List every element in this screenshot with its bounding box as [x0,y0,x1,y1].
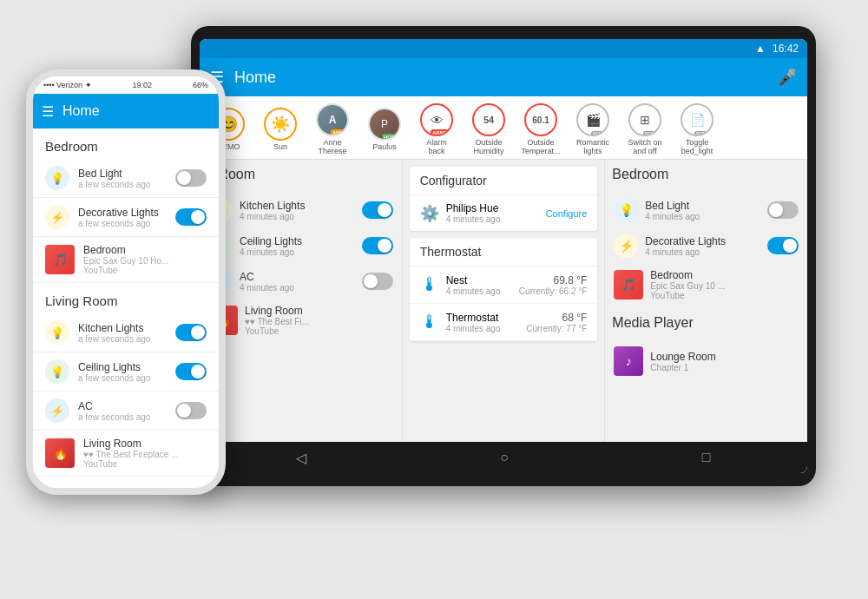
ac-time: 4 minutes ago [240,283,355,293]
back-button[interactable]: ◁ [296,450,306,466]
phone-living-media-info: Living Room ♥♥ The Best Fireplace ... Yo… [83,438,207,469]
kitchen-lights-toggle[interactable] [362,201,393,219]
phone-time: 19:02 [133,81,153,89]
phone-decorative-info: Decorative Lights a few seconds ago [78,207,167,228]
tablet-col-config: Configurator ⚙️ Philips Hue 4 minutes ag… [403,160,606,442]
nest-item: 🌡 Nest 4 minutes ago 69.8 °F Currently: … [410,267,598,304]
bed-light-toggle[interactable] [767,201,799,219]
phone-bedroom-media-title: Epic Sax Guy 10 Ho... [83,256,207,266]
phone-status-icons: 66% [193,81,208,89]
thermostat-item: 🌡 Thermostat 4 minutes ago 68 °F Current… [410,304,598,341]
phone-bedroom-media-icon: 🎵 [45,245,75,274]
bedroom-media-info: Bedroom Epic Sax Guy 10 ... YouTube [650,269,799,300]
thermostat-card: Thermostat 🌡 Nest 4 minutes ago 69.8 °F … [410,238,598,341]
phone-ceiling-time: a few seconds ago [78,373,167,383]
icon-strip-humidity[interactable]: 54 % OutsideHumidity [464,103,514,155]
phone-bedroom-media-sub: YouTube [83,266,207,275]
phone-ac-name: AC [78,400,167,412]
tablet-col-bedroom: Bedroom 💡 Bed Light 4 minutes ago ⚡ Deco… [605,160,807,442]
lounge-room-icon: ♪ [614,346,643,376]
decorative-lights-time: 4 minutes ago [645,247,760,257]
thermostat-time: 4 minutes ago [446,324,520,333]
home-button[interactable]: ○ [500,450,509,465]
phone-ceiling-toggle[interactable] [175,363,207,380]
phone-bed-light-toggle[interactable] [175,169,207,187]
phone-bedroom-media: 🎵 Bedroom Epic Sax Guy 10 Ho... YouTube [33,237,219,283]
nest-name: Nest [446,274,512,286]
configure-button[interactable]: Configure [546,208,588,219]
icon-strip-temp[interactable]: 60.1 °F OutsideTemperat... [516,103,566,155]
icon-strip-toggle[interactable]: 📄 SCRIPT Togglebed_light [672,103,722,155]
thermostat-info: Thermostat 4 minutes ago [446,312,520,333]
icon-strip-paulus[interactable]: P HOME Paulus [359,108,410,151]
living-room-media-sub: YouTube [245,326,393,336]
bed-light-time: 4 minutes ago [645,212,760,221]
nest-info: Nest 4 minutes ago [446,274,512,296]
bed-light-info: Bed Light 4 minutes ago [645,200,760,221]
phone-ac-info: AC a few seconds ago [78,400,167,422]
icon-strip-alarm[interactable]: 👁 ARMED Alarmback [411,103,462,155]
phone-ac-toggle[interactable] [175,402,207,419]
nest-time: 4 minutes ago [446,286,512,296]
phone-living-media-name: Living Room [83,438,207,450]
nest-icon: 🌡 [420,273,439,296]
phone-living-media-title: ♥♥ The Best Fireplace ... [83,450,207,459]
tablet-title: Home [234,69,767,87]
ceiling-lights-info: Ceiling Lights 4 minutes ago [240,235,355,257]
phone-status-bar: •••• Verizon ✦ 19:02 66% [33,76,219,94]
icon-strip-romantic[interactable]: 🎬 SCENE Romanticlights [568,103,618,155]
phone: •••• Verizon ✦ 19:02 66% ☰ Home Bedroom … [26,69,226,495]
decorative-lights-name: Decorative Lights [645,235,760,247]
ceiling-lights-toggle[interactable] [362,237,393,254]
thermostat-name: Thermostat [446,312,520,324]
phone-bedroom-media-info: Bedroom Epic Sax Guy 10 Ho... YouTube [83,244,207,275]
bedroom-media-title: Epic Sax Guy 10 ... [650,281,799,291]
recents-button[interactable]: □ [702,450,711,465]
kitchen-lights-info: Kitchen Lights 4 minutes ago [240,200,355,221]
phone-title: Home [62,103,210,119]
media-player-title: Media Player [612,315,800,334]
phone-kitchen-toggle[interactable] [175,324,207,341]
phone-decorative-toggle[interactable] [175,208,207,226]
bedroom-media-icon: 🎵 [614,270,643,300]
phone-kitchen-name: Kitchen Lights [78,322,167,334]
ac-item: ⚡ AC 4 minutes ago [207,264,395,300]
ac-toggle[interactable] [362,273,393,290]
living-room-media-item: 🔥 Living Room ♥♥ The Best Fi... YouTube [207,300,395,342]
decorative-lights-item: ⚡ Decorative Lights 4 minutes ago [612,228,800,264]
wifi-icon: ▲ [755,43,766,55]
mic-icon[interactable]: 🎤 [778,68,797,87]
thermostat-temp: 68 °F Currently: 77 °F [526,312,587,333]
phone-ceiling-icon: 💡 [45,359,69,384]
philips-hue-name: Philips Hue [446,202,539,214]
phone-kitchen-icon: 💡 [45,320,69,345]
icon-strip-sun[interactable]: ☀️ Sun [255,108,306,151]
lounge-room-info: Lounge Room Chapter 1 [650,351,799,372]
icon-strip-anne[interactable]: A AWAY AnneTherese [307,103,358,155]
configurator-title: Configurator [410,167,598,195]
icon-strip-switch[interactable]: ⊞ SCENE Switch onand off [620,103,670,155]
phone-content: Bedroom 💡 Bed Light a few seconds ago ⚡ … [33,128,219,488]
ceiling-lights-time: 4 minutes ago [240,247,355,257]
philips-hue-item: ⚙️ Philips Hue 4 minutes ago Configure [410,195,598,231]
lounge-room-item: ♪ Lounge Room Chapter 1 [612,341,800,382]
living-room-media-info: Living Room ♥♥ The Best Fi... YouTube [245,305,393,336]
phone-bedroom-title: Bedroom [33,128,219,159]
tablet-main-content: g Room 💡 Kitchen Lights 4 minutes ago 💡 … [200,160,807,442]
phone-battery: 66% [193,81,208,89]
phone-ceiling-name: Ceiling Lights [78,361,167,373]
phone-bed-light-info: Bed Light a few seconds ago [78,168,167,189]
decorative-lights-toggle[interactable] [767,237,799,254]
phone-living-media-sub: YouTube [83,459,207,469]
tablet: ▲ 16:42 ☰ Home 🎤 😊 DEMO ☀️ Sun A [191,26,816,486]
phone-bedroom-media-name: Bedroom [83,244,207,256]
philips-hue-time: 4 minutes ago [446,214,539,224]
bedroom-media-sub: YouTube [650,291,799,300]
phone-menu-icon[interactable]: ☰ [42,103,54,120]
phone-decorative-time: a few seconds ago [78,219,167,228]
philips-hue-icon: ⚙️ [420,204,439,223]
bed-light-item: 💡 Bed Light 4 minutes ago [612,193,800,228]
decorative-lights-info: Decorative Lights 4 minutes ago [645,235,760,257]
phone-ac-icon: ⚡ [45,398,69,423]
decorative-lights-icon: ⚡ [614,234,638,258]
